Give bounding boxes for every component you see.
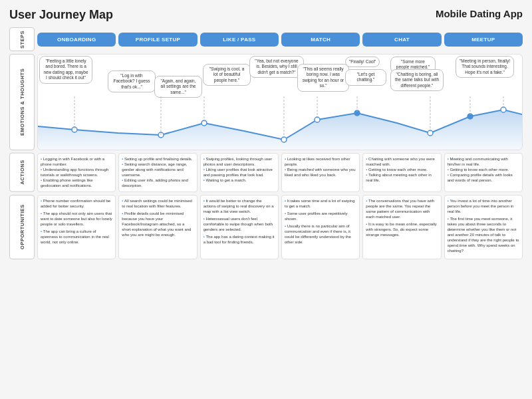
action-cell-0: Logging in with Facebook or with a phone… [37, 153, 116, 192]
opportunities-cells: Phone number confirmation should be adde… [37, 195, 523, 259]
opportunity-item: It would be better to change the actions… [203, 198, 275, 214]
thought-bubble-2: "Again, and again, all settings are the … [154, 76, 202, 98]
opp-cell-5: You invest a lot of time into another pe… [444, 195, 523, 259]
step-cell-5: MEETUP [444, 33, 523, 47]
action-item: Chatting with someone who you were match… [366, 156, 438, 167]
action-cell-5: Meeting and communicating with him/her i… [444, 153, 523, 192]
emotions-content: "Feeling a little lonely and bored. Ther… [37, 54, 523, 150]
journey-line-svg [38, 96, 523, 150]
thought-bubble-4: "Yea, but not everyone is. Besides, why … [249, 56, 304, 78]
thought-bubble-5: "This all seems really boring now. I was… [297, 64, 349, 92]
emotions-row: EMOTIONS & THOUGHTS "Feeling a little lo… [9, 54, 523, 150]
emotions-label: EMOTIONS & THOUGHTS [9, 54, 35, 150]
action-cell-3: Looking at likes received from other peo… [281, 153, 360, 192]
action-item: Understanding app functions through tuto… [41, 167, 112, 178]
action-item: Getting to know each other more. [448, 167, 519, 172]
action-item: Talking about meeting each other in real… [366, 172, 438, 183]
action-item: Looking at likes received from other peo… [285, 156, 356, 167]
opportunity-item: Usually there is no particular aim of co… [285, 223, 356, 245]
action-item: Getting to know each other more. [366, 167, 438, 172]
action-item: Being matched with someone who you liked… [285, 167, 356, 178]
main-container: User Journey Map Mobile Dating App STEPS… [0, 0, 532, 399]
action-item: Setting up profile and finalising detail… [122, 156, 194, 162]
opportunity-item: You invest a lot of time into another pe… [448, 198, 519, 214]
actions-label: ACTIONS [9, 153, 35, 192]
steps-label: STEPS [9, 27, 35, 51]
opp-cell-1: All search settings could be minimised t… [118, 195, 197, 259]
opportunity-item: Profile details could be minimised becau… [122, 211, 194, 237]
opportunities-row: OPPORTUNITIES Phone number confirmation … [9, 195, 523, 259]
action-item: Enabling phone settings like geolocation… [41, 178, 112, 188]
thought-bubble-9: "Chatting is boring, all the same talks … [390, 69, 444, 91]
thought-bubble-6: "Finally! Cool" [345, 57, 380, 67]
step-cell-1: PROFILE SETUP [118, 33, 197, 47]
action-item: Liking user profiles that look attractiv… [203, 167, 275, 178]
steps-cells: ONBOARDINGPROFILE SETUPLIKE / PASSMATCHC… [37, 33, 523, 47]
opportunity-item: The first time you meet someone, it take… [448, 216, 519, 254]
thought-bubbles: "Feeling a little lonely and bored. Ther… [38, 55, 522, 101]
opp-cell-3: It takes some time and a lot of swiping … [281, 195, 360, 259]
opp-cell-4: The conversations that you have with peo… [362, 195, 441, 259]
content-wrapper: STEPS ONBOARDINGPROFILE SETUPLIKE / PASS… [9, 27, 523, 259]
opportunity-item: The conversations that you have with peo… [366, 198, 438, 219]
action-item: Setting search distance, age range, gend… [122, 162, 194, 178]
step-cell-2: LIKE / PASS [200, 33, 279, 47]
action-cell-2: Swiping profiles, looking through user p… [200, 153, 279, 192]
opportunity-item: Some user profiles are repetitively show… [285, 211, 356, 221]
action-cell-4: Chatting with someone who you were match… [362, 153, 441, 192]
thought-bubble-0: "Feeling a little lonely and bored. Ther… [39, 56, 92, 84]
opportunity-item: It is easy to be mean online, especially… [366, 221, 438, 237]
opportunity-item: The app has a dating context making it a… [203, 234, 275, 245]
opp-cell-0: Phone number confirmation should be adde… [37, 195, 116, 259]
opportunity-item: The app should not only aim users that w… [41, 211, 112, 227]
opportunity-item: All search settings could be minimised t… [122, 198, 194, 209]
actions-row: ACTIONS Logging in with Facebook or with… [9, 153, 523, 192]
thought-bubble-10: "Meeting in person, finally! That sounds… [456, 56, 514, 78]
page-title: User Journey Map [9, 8, 113, 22]
header: User Journey Map Mobile Dating App [9, 8, 523, 22]
action-item: Waiting to get a match. [203, 178, 275, 183]
action-item: Swiping profiles, looking through user p… [203, 156, 275, 167]
action-item: Logging in with Facebook or with a phone… [41, 156, 112, 167]
thought-bubble-3: "Swiping is cool, a lot of beautiful peo… [203, 64, 251, 86]
opportunity-item: It takes some time and a lot of swiping … [285, 198, 356, 209]
opp-cell-2: It would be better to change the actions… [200, 195, 279, 259]
opportunity-item: Heterosexual users don't feel comfortabl… [203, 216, 275, 232]
app-subtitle: Mobile Dating App [436, 8, 523, 19]
action-item: Comparing profile details with looks and… [448, 172, 519, 183]
thought-bubble-1: "Log in with Facebook? I guess that's ok… [108, 70, 156, 92]
action-item: Editing user info, adding photos and des… [122, 178, 194, 188]
action-cell-1: Setting up profile and finalising detail… [118, 153, 197, 192]
opportunity-item: Phone number confirmation should be adde… [41, 198, 112, 209]
thought-bubble-7: "Let's get chatting." [345, 69, 386, 86]
opportunity-item: The app can bring a culture of openness … [41, 229, 112, 245]
step-cell-0: ONBOARDING [37, 33, 116, 47]
step-cell-4: CHAT [362, 33, 441, 47]
steps-row: STEPS ONBOARDINGPROFILE SETUPLIKE / PASS… [9, 27, 523, 51]
action-item: Meeting and communicating with him/her i… [448, 156, 519, 167]
step-cell-3: MATCH [281, 33, 360, 47]
actions-cells: Logging in with Facebook or with a phone… [37, 153, 523, 192]
opportunities-label: OPPORTUNITIES [9, 195, 35, 259]
